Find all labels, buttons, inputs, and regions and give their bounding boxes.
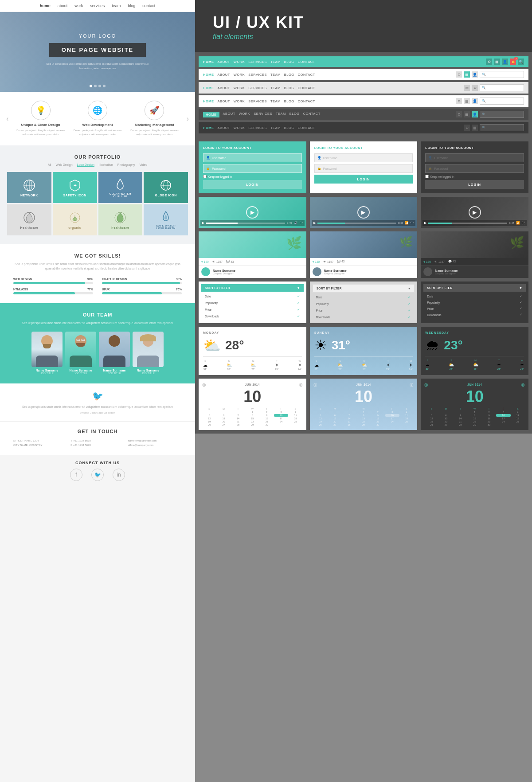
cal-prev-light[interactable]: ◎ [202,382,206,387]
login-btn-dark[interactable]: LOGIN [425,180,524,189]
prev-arrow[interactable]: ‹ [4,115,10,123]
cal-next-dark[interactable]: ◎ [521,382,525,387]
white-nav-team[interactable]: TEAM [270,73,281,77]
cal-prev-dark[interactable]: ◎ [424,382,428,387]
username-field-teal[interactable]: 👤 Username [203,153,302,162]
fullscreen-icon-dark[interactable]: ⛶ [522,222,525,225]
remember-dark[interactable]: Keep me logged in [425,175,524,178]
filter-photo[interactable]: Photography [117,163,135,167]
teal-nav-services[interactable]: SERVICES [248,60,267,64]
teal-nav-team[interactable]: TEAM [270,60,281,64]
nav-home[interactable]: home [40,4,51,8]
portfolio-item-safety[interactable]: ✦ SAFETY ICON [53,172,97,203]
teal-nav-work[interactable]: WORK [234,60,245,64]
user-icon[interactable]: 👤 [502,59,508,65]
play-btn-teal[interactable]: ▶ [246,206,258,219]
user4-icon[interactable]: 👤 [472,111,478,117]
search-icon[interactable]: 🔍 [518,59,524,65]
login-btn-teal[interactable]: LOGIN [203,180,302,189]
white-nav-home[interactable]: HOME [203,73,214,77]
filter-date-dark[interactable]: Date✓ [423,293,526,299]
dt-nav-team[interactable]: TEAM [276,112,286,117]
volume-icon-dark[interactable]: 📶 [516,221,520,225]
filter-price-light[interactable]: Price✓ [201,306,304,313]
play-btn-blue[interactable]: ▶ [357,206,370,219]
user3-icon[interactable]: 👤 [472,98,478,104]
portfolio-item-organic[interactable]: organic [53,204,97,235]
today-dark[interactable]: 10 [496,414,510,417]
filter-popularity-mid[interactable]: Popularity✓ [313,301,415,307]
username-field-white[interactable]: 👤 Username [314,153,413,162]
teal-nav-blog[interactable]: BLOG [284,60,294,64]
video-progress-teal[interactable] [206,223,285,224]
notification-icon[interactable]: 3 🔔 [510,59,516,65]
white-nav-work[interactable]: WORK [234,73,245,77]
nav-team[interactable]: team [112,4,121,8]
play-btn-dark[interactable]: ▶ [469,206,481,219]
portfolio-item-safewater[interactable]: SAFE WATERLOVE EARTH [144,204,188,235]
remember-teal[interactable]: Keep me logged in [203,175,302,178]
dropdown-header-light[interactable]: SORT BY FILTER ▼ [201,284,304,292]
teal-nav-contact[interactable]: CONTACT [298,60,315,64]
dropdown-header-dark[interactable]: SORT BY FILTER ▼ [423,284,526,292]
nav-work[interactable]: work [74,4,83,8]
portfolio-item-cleanwater[interactable]: CLEAN WATEROUR LIFE [98,172,143,203]
dark-nav-team[interactable]: TEAM [270,126,281,130]
white2-nav-blog[interactable]: BLOG [284,99,294,103]
filter-logo[interactable]: Logo Design [77,163,94,167]
white2-nav-team[interactable]: TEAM [270,99,281,103]
cal-next-blue[interactable]: ◎ [410,382,414,387]
video-progress-dark[interactable] [428,223,507,224]
dt-nav-services[interactable]: SERVICES [254,112,272,117]
cal-next-light[interactable]: ◎ [299,382,303,387]
white-nav-contact[interactable]: CONTACT [298,73,315,77]
nav-contact[interactable]: contact [142,4,155,8]
dot-3[interactable] [98,85,101,87]
filter-date-mid[interactable]: Date✓ [313,294,415,301]
dt-nav-blog[interactable]: BLOG [289,112,300,117]
filter-popularity-dark[interactable]: Popularity✓ [423,299,526,305]
white2-nav-about[interactable]: ABOUT [218,99,230,103]
light-nav-contact[interactable]: CONTACT [298,86,315,90]
next-arrow[interactable]: › [185,115,191,123]
grid2-icon[interactable]: ▦ [464,71,470,78]
video-progress-blue[interactable] [317,223,396,224]
search-input-white[interactable]: 🔍 [480,71,524,78]
gear5-icon[interactable]: ⚙ [464,125,470,131]
user2-icon[interactable]: 👤 [472,71,478,78]
dark-nav-services[interactable]: SERVICES [248,126,267,130]
filter-downloads-mid[interactable]: Downloads✓ [313,314,415,321]
gear4-icon[interactable]: ⚙ [456,111,462,117]
play-icon-blue[interactable]: ▶ [313,221,316,225]
username-field-dark[interactable]: 👤 Username [425,153,524,162]
gear3-icon[interactable]: ⚙ [456,98,462,104]
today-blue[interactable]: 10 [385,414,399,417]
grid4-icon[interactable]: ▦ [464,111,470,117]
filter-illustration[interactable]: Illustration [99,163,113,167]
filter-downloads-light[interactable]: Downloads✓ [201,313,304,320]
dark-nav-about[interactable]: ABOUT [218,126,230,130]
teal-nav-home[interactable]: HOME [203,60,214,64]
light-nav-team[interactable]: TEAM [270,86,281,90]
light-nav-home[interactable]: HOME [203,86,214,90]
grid-icon[interactable]: ▦ [494,59,500,65]
today-light[interactable]: 10 [274,414,288,417]
play-icon-teal[interactable]: ▶ [202,221,204,225]
light-nav-about[interactable]: ABOUT [218,86,230,90]
fullscreen-icon-teal[interactable]: ⛶ [300,222,303,225]
white-nav-about[interactable]: ABOUT [218,73,230,77]
search-input-darkest[interactable]: 🔍 [480,124,524,131]
filter-date-light[interactable]: Date✓ [201,293,304,300]
nav-about[interactable]: about [58,4,68,8]
dot-1[interactable] [90,85,92,87]
nav-services[interactable]: services [90,4,105,8]
search-input-white2[interactable]: 🔍 [480,98,524,105]
portfolio-item-globe[interactable]: GLOBE ICON [144,172,188,203]
search-input-light[interactable]: 🔍 [480,84,524,91]
filter-video[interactable]: Video [139,163,147,167]
mail-icon[interactable]: ✉ [464,85,470,91]
gear2-icon[interactable]: ⚙ [456,71,462,78]
password-field-white[interactable]: 🔒 Password [314,164,413,173]
filter-price-dark[interactable]: Price✓ [423,305,526,312]
white-nav-blog[interactable]: BLOG [284,73,294,77]
